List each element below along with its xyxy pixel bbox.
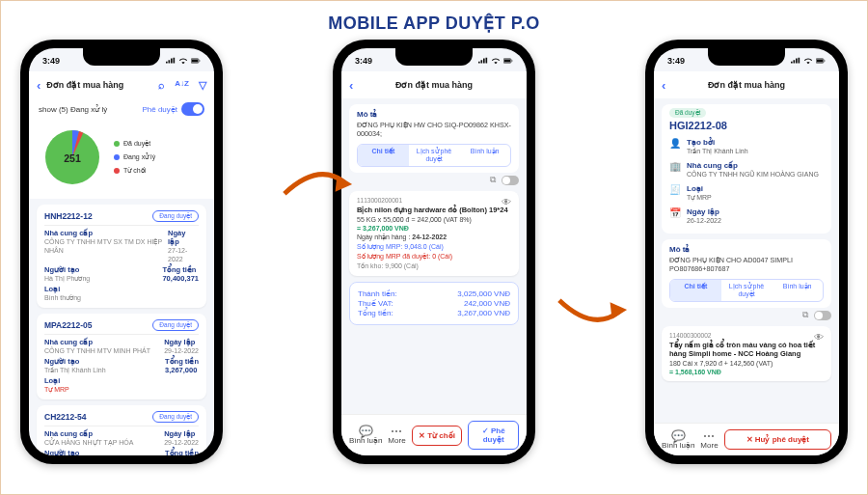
status-badge: Đã duyệt bbox=[669, 108, 706, 118]
user-icon: 👤 bbox=[669, 138, 681, 155]
desc-label: Mô tả bbox=[357, 110, 511, 119]
svg-rect-7 bbox=[512, 60, 513, 61]
tab-detail[interactable]: Chi tiết bbox=[670, 280, 721, 301]
svg-rect-9 bbox=[817, 60, 823, 63]
more-icon[interactable]: ⋯More bbox=[388, 426, 405, 445]
item-subtotal: = 1,568,160 VNĐ bbox=[669, 369, 824, 375]
tabset: Chi tiết Lịch sử phê duyệt Bình luận bbox=[669, 279, 824, 302]
flow-arrow-icon bbox=[281, 165, 356, 207]
phone-po-detail: 3:49 ‹ Đơn đặt mua hàng Mô tả ĐƠNG PHỤ K… bbox=[333, 40, 535, 464]
copy-icon[interactable]: ⧉ bbox=[490, 175, 496, 185]
approve-button[interactable]: ✓ Phê duyệt bbox=[468, 421, 519, 450]
item-code: 114000300002 bbox=[669, 332, 824, 339]
filter-icon[interactable]: ▽ bbox=[199, 79, 206, 92]
totals-box: Thành tiền:3,025,000 VNĐ Thuế VAT:242,00… bbox=[349, 282, 519, 325]
comment-icon[interactable]: 💬Bình luận bbox=[349, 426, 382, 445]
sort-icon[interactable]: A↓Z bbox=[175, 79, 189, 92]
tab-history[interactable]: Lịch sử phê duyệt bbox=[409, 145, 460, 166]
filter-chip[interactable]: show (5) Đang xử lý bbox=[39, 105, 107, 114]
svg-rect-10 bbox=[825, 60, 826, 61]
tabset: Chi tiết Lịch sử phê duyệt Bình luận bbox=[357, 144, 511, 167]
item-name: Tẩy nấm giả cổ tròn màu vàng có hoa tiết… bbox=[669, 341, 824, 358]
approve-toggle[interactable] bbox=[181, 102, 204, 116]
line-item[interactable]: 👁 1113000200001 Bịch nilon đựng hardware… bbox=[349, 191, 519, 276]
expand-toggle[interactable] bbox=[502, 176, 519, 185]
expand-toggle[interactable] bbox=[814, 311, 831, 320]
eye-icon[interactable]: 👁 bbox=[814, 332, 824, 343]
reject-button[interactable]: ✕ Từ chối bbox=[412, 426, 463, 446]
status-pie-chart: 251 bbox=[39, 124, 106, 191]
back-icon[interactable]: ‹ bbox=[37, 78, 41, 93]
tab-detail[interactable]: Chi tiết bbox=[358, 145, 409, 166]
page-title: MOBILE APP DUYỆT P.O bbox=[20, 13, 848, 34]
item-name: Bịch nilon đựng hardware đỏ (Bolton) 19*… bbox=[357, 206, 511, 214]
svg-text:251: 251 bbox=[64, 152, 81, 164]
svg-rect-6 bbox=[504, 60, 510, 63]
line-item[interactable]: 👁 114000300002 Tẩy nấm giả cổ tròn màu v… bbox=[662, 326, 831, 381]
nav-title: Đơn đặt mua hàng bbox=[395, 80, 473, 90]
tab-comment[interactable]: Bình luận bbox=[772, 280, 823, 301]
flow-arrow-icon bbox=[556, 290, 631, 333]
clock: 3:49 bbox=[355, 56, 372, 66]
po-id: CH2212-54 bbox=[44, 412, 86, 422]
tab-history[interactable]: Lịch sử phê duyệt bbox=[721, 280, 773, 301]
item-calc: 180 Cái x 7,920 đ + 142,560 (VAT) bbox=[669, 360, 824, 367]
battery-icon bbox=[191, 57, 201, 65]
chart-legend: Đã duyệt Đang xử lý Từ chối bbox=[114, 140, 155, 175]
item-calc: 55 KG x 55,000 đ = 242,000 (VAT 8%) bbox=[357, 216, 511, 223]
svg-rect-2 bbox=[200, 60, 201, 61]
status-badge: Đang duyệt bbox=[152, 319, 199, 331]
svg-rect-1 bbox=[192, 60, 198, 63]
clock: 3:49 bbox=[667, 56, 685, 66]
back-icon[interactable]: ‹ bbox=[349, 78, 353, 93]
back-icon[interactable]: ‹ bbox=[662, 78, 665, 93]
wifi-icon bbox=[178, 57, 188, 65]
item-subtotal: = 3,267,000 VNĐ bbox=[357, 225, 511, 232]
po-id: MPA2212-05 bbox=[44, 320, 92, 330]
nav-title: Đơn đặt mua hàng bbox=[708, 80, 785, 90]
approve-mode-label: Phê duyệt bbox=[142, 105, 177, 114]
tag-icon: 🧾 bbox=[669, 184, 681, 202]
signal-icon bbox=[166, 57, 176, 65]
building-icon: 🏢 bbox=[669, 161, 681, 179]
comment-icon[interactable]: 💬Bình luận bbox=[662, 430, 694, 450]
notch bbox=[83, 48, 160, 66]
desc-text: ĐƠNG PHỤ KIỆN CHO AD0047 SIMPLI PO807686… bbox=[669, 256, 824, 273]
eye-icon[interactable]: 👁 bbox=[502, 197, 511, 207]
search-icon[interactable]: ⌕ bbox=[158, 79, 165, 92]
nav-title: Đơn đặt mua hàng bbox=[46, 80, 152, 90]
calendar-icon: 📅 bbox=[669, 207, 681, 225]
tab-comment[interactable]: Bình luận bbox=[459, 145, 510, 166]
navbar: ‹ Đơn đặt mua hàng bbox=[654, 71, 839, 98]
po-card[interactable]: MPA2212-05 Đang duyệt Nhà cung cấpCÔNG T… bbox=[37, 314, 206, 399]
navbar: ‹ Đơn đặt mua hàng bbox=[341, 71, 527, 98]
po-id: HNH2212-12 bbox=[44, 211, 93, 221]
desc-label: Mô tả bbox=[669, 245, 824, 254]
po-card[interactable]: HNH2212-12 Đang duyệt Nhà cung cấpCÔNG T… bbox=[37, 205, 206, 308]
status-badge: Đang duyệt bbox=[152, 210, 199, 222]
item-code: 1113000200001 bbox=[357, 197, 511, 204]
copy-icon[interactable]: ⧉ bbox=[802, 310, 808, 320]
more-icon[interactable]: ⋯More bbox=[700, 430, 718, 450]
phone-po-approved: 3:49 ‹ Đơn đặt mua hàng Đã duyệt HGI2212… bbox=[645, 40, 848, 464]
desc-text: ĐƠNG PHỤ KIỆN HW CHO SIQ-PO09862 KHSX-00… bbox=[357, 121, 511, 138]
navbar: ‹ Đơn đặt mua hàng ⌕ A↓Z ▽ bbox=[29, 71, 214, 98]
po-id: HGI2212-08 bbox=[669, 120, 824, 131]
cancel-approval-button[interactable]: ✕ Huỷ phê duyệt bbox=[724, 429, 831, 450]
clock: 3:49 bbox=[42, 56, 60, 66]
status-badge: Đang duyệt bbox=[152, 411, 199, 423]
phone-po-list: 3:49 ‹ Đơn đặt mua hàng ⌕ A↓Z ▽ bbox=[20, 40, 223, 464]
po-card[interactable]: CH2212-54 Đang duyệt Nhà cung cấpCỬA HÀN… bbox=[37, 405, 206, 455]
